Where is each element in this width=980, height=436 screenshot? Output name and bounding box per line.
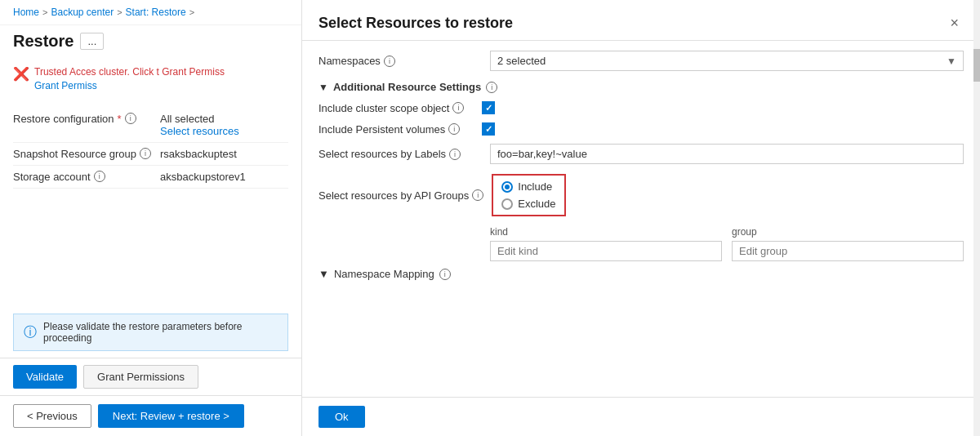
restore-config-info[interactable]: i xyxy=(125,113,136,124)
breadcrumb-home[interactable]: Home xyxy=(13,7,39,18)
dialog-header: Select Resources to restore × xyxy=(302,0,980,41)
storage-account-label: Storage account xyxy=(13,171,91,183)
dialog-body: Namespaces i 2 selected ▼ ▼ Additional R… xyxy=(302,41,980,397)
kind-group-row: kind group xyxy=(490,226,964,261)
select-by-api-row: Select resources by API Groups i Include… xyxy=(318,174,964,216)
include-cluster-row: Include cluster scope object i xyxy=(318,101,964,114)
collapse-chevron-icon: ▼ xyxy=(318,82,328,93)
storage-account-value: aksbackupstorev1 xyxy=(160,171,246,183)
additional-settings-info[interactable]: i xyxy=(486,82,497,93)
namespace-mapping-row[interactable]: ▼ Namespace Mapping i xyxy=(318,268,964,280)
group-column: group xyxy=(732,226,964,261)
select-by-api-info[interactable]: i xyxy=(472,189,483,201)
validate-button[interactable]: Validate xyxy=(13,365,77,389)
breadcrumb-sep1: > xyxy=(42,7,47,17)
include-persistent-row: Include Persistent volumes i xyxy=(318,122,964,136)
error-text: Trusted Acces cluster. Click t Grant Per… xyxy=(34,65,225,93)
include-persistent-checkbox[interactable] xyxy=(482,122,495,136)
more-button[interactable]: ... xyxy=(80,33,104,50)
namespaces-row: Namespaces i 2 selected ▼ xyxy=(318,51,964,71)
select-resources-link[interactable]: Select resources xyxy=(160,125,239,137)
storage-account-info[interactable]: i xyxy=(94,171,105,182)
namespaces-info[interactable]: i xyxy=(384,56,395,67)
kind-input[interactable] xyxy=(490,241,722,261)
namespaces-label: Namespaces xyxy=(318,55,381,67)
previous-button[interactable]: < Previous xyxy=(13,404,91,428)
form-row-storage-account: Storage account i aksbackupstorev1 xyxy=(13,166,288,189)
restore-config-label: Restore configuration xyxy=(13,113,114,125)
info-icon: ⓘ xyxy=(24,324,37,341)
namespace-mapping-label: Namespace Mapping xyxy=(334,268,434,280)
info-message: Please validate the restore parameters b… xyxy=(43,321,278,344)
form-row-snapshot-rg: Snapshot Resource group i rsaksbackuptes… xyxy=(13,143,288,166)
select-by-labels-input[interactable] xyxy=(490,144,964,164)
namespace-mapping-chevron-icon: ▼ xyxy=(318,268,329,280)
breadcrumb-start-restore[interactable]: Start: Restore xyxy=(126,7,186,18)
group-input[interactable] xyxy=(732,241,964,261)
select-by-labels-label: Select resources by Labels xyxy=(318,148,446,160)
include-cluster-info[interactable]: i xyxy=(452,102,464,113)
dialog-footer: Ok xyxy=(302,397,980,436)
page-title: Restore xyxy=(13,32,74,51)
error-icon: ❌ xyxy=(13,66,29,82)
include-persistent-info[interactable]: i xyxy=(448,123,460,135)
action-buttons: Validate Grant Permissions xyxy=(0,358,301,395)
ok-button[interactable]: Ok xyxy=(318,406,365,428)
exclude-radio-button[interactable] xyxy=(501,198,513,210)
include-radio-label: Include xyxy=(518,180,552,193)
breadcrumb-backup-center[interactable]: Backup center xyxy=(51,7,114,18)
breadcrumb-sep2: > xyxy=(117,7,122,17)
scrollbar-track[interactable] xyxy=(973,0,980,436)
next-button[interactable]: Next: Review + restore > xyxy=(98,404,244,428)
error-banner: ❌ Trusted Acces cluster. Click t Grant P… xyxy=(0,60,301,98)
select-by-api-label: Select resources by API Groups xyxy=(318,189,469,202)
breadcrumb-sep3: > xyxy=(189,7,194,17)
select-by-labels-info[interactable]: i xyxy=(449,149,461,160)
restore-config-required: * xyxy=(118,113,122,125)
additional-settings-section[interactable]: ▼ Additional Resource Settings i xyxy=(318,81,964,93)
left-panel: Home > Backup center > Start: Restore > … xyxy=(0,0,302,436)
kind-column-label: kind xyxy=(490,226,722,238)
breadcrumb: Home > Backup center > Start: Restore > xyxy=(0,0,301,25)
dialog-title: Select Resources to restore xyxy=(318,15,513,32)
select-by-labels-row: Select resources by Labels i xyxy=(318,144,964,164)
include-radio-option[interactable]: Include xyxy=(501,180,555,193)
footer-nav: < Previous Next: Review + restore > xyxy=(0,395,301,436)
include-radio-button[interactable] xyxy=(501,181,513,193)
include-persistent-label: Include Persistent volumes xyxy=(318,123,445,136)
chevron-down-icon: ▼ xyxy=(947,56,956,67)
exclude-radio-option[interactable]: Exclude xyxy=(501,198,555,210)
namespaces-dropdown[interactable]: 2 selected ▼ xyxy=(490,51,964,71)
grant-permission-link[interactable]: Grant Permiss xyxy=(34,80,97,91)
api-groups-radio-group: Include Exclude xyxy=(492,174,565,216)
close-dialog-button[interactable]: × xyxy=(945,13,964,33)
form-row-restore-config: Restore configuration * i All selected S… xyxy=(13,108,288,143)
info-banner: ⓘ Please validate the restore parameters… xyxy=(13,314,288,351)
kind-column: kind xyxy=(490,226,722,261)
namespaces-value: 2 selected xyxy=(497,55,947,67)
form-rows: Restore configuration * i All selected S… xyxy=(0,105,301,307)
group-column-label: group xyxy=(732,226,964,238)
snapshot-rg-value: rsaksbackuptest xyxy=(160,148,237,160)
scrollbar-thumb[interactable] xyxy=(973,49,980,82)
exclude-radio-label: Exclude xyxy=(518,198,555,210)
snapshot-rg-info[interactable]: i xyxy=(140,148,151,159)
restore-config-value: All selected xyxy=(160,113,288,125)
additional-settings-title: Additional Resource Settings xyxy=(333,81,481,93)
snapshot-rg-label: Snapshot Resource group xyxy=(13,148,136,160)
include-cluster-checkbox[interactable] xyxy=(482,101,495,114)
grant-permissions-button[interactable]: Grant Permissions xyxy=(83,365,198,389)
select-resources-dialog: Select Resources to restore × Namespaces… xyxy=(302,0,980,436)
include-cluster-label: Include cluster scope object xyxy=(318,102,449,114)
namespace-mapping-info[interactable]: i xyxy=(439,269,451,280)
